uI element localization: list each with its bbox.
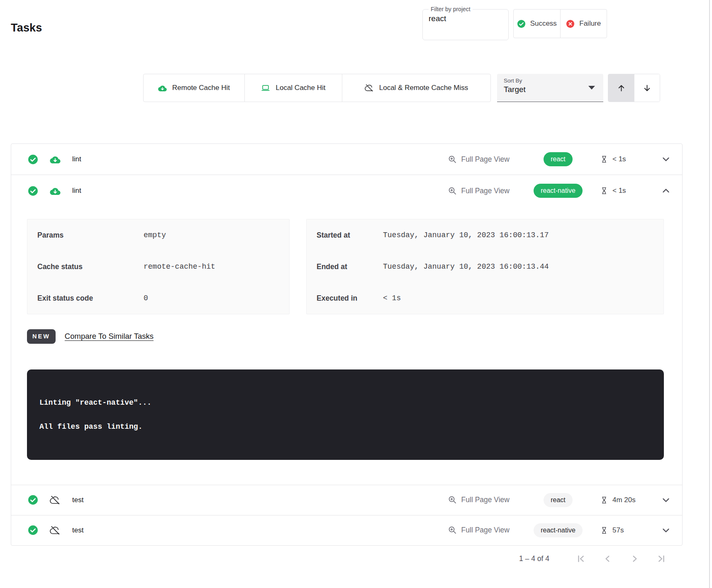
task-duration: < 1s: [612, 155, 626, 163]
task-target: lint: [72, 155, 81, 163]
exit-status-code-label: Exit status code: [37, 294, 144, 303]
cache-filter-group: Remote Cache Hit Local Cache Hit Local &…: [143, 74, 491, 102]
remote-cache-hit-icon: [50, 155, 61, 164]
full-page-view-label: Full Page View: [461, 526, 510, 535]
success-check-circle-icon: [517, 19, 526, 28]
expand-row-button[interactable]: [659, 152, 673, 166]
first-page-button[interactable]: [575, 553, 586, 564]
task-target: test: [72, 526, 83, 535]
exit-status-code-value: 0: [144, 294, 279, 302]
first-page-icon: [575, 553, 586, 564]
cache-miss-cloud-off-icon: [50, 525, 61, 536]
success-filter-label: Success: [530, 19, 557, 28]
dropdown-caret-icon: [588, 86, 595, 90]
previous-page-button[interactable]: [602, 553, 613, 564]
cloud-off-icon: [365, 83, 374, 92]
sort-by-label: Sort By: [504, 78, 597, 84]
cache-filter-remote-cache-hit[interactable]: Remote Cache Hit: [144, 74, 244, 102]
task-row: lint Full Page View react-native < 1s: [11, 175, 682, 207]
last-page-icon: [656, 553, 667, 564]
expand-row-button[interactable]: [659, 493, 673, 507]
task-duration: 4m 20s: [612, 496, 636, 504]
next-page-button[interactable]: [629, 553, 640, 564]
full-page-view-link[interactable]: Full Page View: [445, 495, 512, 505]
terminal-line: Linting "react-native"...: [39, 398, 651, 407]
task-details: Params empty Cache status remote-cache-h…: [11, 207, 682, 485]
project-badge: react-native: [534, 523, 583, 537]
cache-filter-label: Remote Cache Hit: [172, 84, 230, 92]
project-badge: react: [544, 152, 573, 166]
cache-filter-local-cache-hit[interactable]: Local Cache Hit: [244, 74, 342, 102]
task-target: test: [72, 496, 83, 504]
cache-miss-cloud-off-icon: [50, 495, 61, 505]
chevron-down-icon: [661, 495, 671, 505]
pagination-range: 1 – 4 of 4: [519, 554, 549, 563]
hourglass-icon: [600, 496, 608, 504]
project-badge: react-native: [534, 184, 583, 198]
failure-filter-label: Failure: [579, 19, 601, 28]
zoom-in-icon: [448, 495, 457, 505]
success-filter-button[interactable]: Success: [514, 10, 560, 38]
sort-by-select[interactable]: Sort By Target: [497, 74, 603, 102]
hourglass-icon: [600, 526, 608, 535]
task-row: test Full Page View react-native 57s: [11, 515, 682, 545]
previous-page-icon: [602, 553, 613, 564]
cache-status-label: Cache status: [37, 262, 144, 271]
task-duration: < 1s: [612, 187, 626, 195]
terminal-line: All files pass linting.: [39, 423, 651, 431]
cache-filter-label: Local & Remote Cache Miss: [379, 84, 468, 92]
success-check-circle-icon: [28, 186, 38, 196]
expand-row-button[interactable]: [659, 523, 673, 537]
hourglass-icon: [600, 187, 608, 195]
zoom-in-icon: [448, 155, 457, 164]
full-page-view-label: Full Page View: [461, 155, 510, 164]
last-page-button[interactable]: [656, 553, 667, 564]
sort-by-value: Target: [504, 85, 597, 94]
started-at-label: Started at: [317, 231, 383, 240]
sort-ascending-button[interactable]: [608, 74, 634, 102]
executed-in-label: Executed in: [317, 294, 383, 303]
executed-in-value: < 1s: [383, 294, 653, 302]
full-page-view-link[interactable]: Full Page View: [445, 154, 512, 165]
collapse-row-button[interactable]: [659, 184, 673, 198]
task-list: lint Full Page View react < 1s: [11, 143, 683, 546]
project-badge: react: [544, 493, 573, 507]
project-filter-input[interactable]: [428, 12, 503, 27]
remote-cache-hit-icon: [50, 186, 61, 195]
failure-filter-button[interactable]: Failure: [560, 10, 607, 38]
params-label: Params: [37, 231, 144, 240]
zoom-in-icon: [448, 186, 457, 196]
success-check-circle-icon: [28, 525, 38, 535]
status-filter-group: Success Failure: [513, 9, 607, 38]
laptop-icon: [261, 83, 270, 92]
new-badge: NEW: [27, 329, 56, 344]
sort-descending-button[interactable]: [634, 74, 660, 102]
full-page-view-label: Full Page View: [461, 496, 510, 504]
task-params-panel: Params empty Cache status remote-cache-h…: [27, 219, 290, 314]
cache-filter-cache-miss[interactable]: Local & Remote Cache Miss: [342, 74, 490, 102]
full-page-view-label: Full Page View: [461, 187, 510, 195]
chevron-down-icon: [661, 525, 671, 536]
ended-at-label: Ended at: [317, 262, 383, 271]
failure-x-circle-icon: [566, 19, 575, 28]
full-page-view-link[interactable]: Full Page View: [445, 186, 512, 196]
success-check-circle-icon: [28, 495, 38, 505]
sort-direction-group: [608, 74, 660, 102]
ended-at-value: Tuesday, January 10, 2023 16:00:13.44: [383, 262, 653, 271]
next-page-icon: [629, 553, 640, 564]
compare-to-similar-tasks-link[interactable]: Compare To Similar Tasks: [65, 332, 154, 341]
hourglass-icon: [600, 155, 608, 163]
project-filter-label: Filter by project: [429, 6, 473, 12]
task-timing-panel: Started at Tuesday, January 10, 2023 16:…: [306, 219, 664, 314]
chevron-down-icon: [661, 154, 671, 165]
page-title: Tasks: [11, 22, 42, 34]
chevron-up-icon: [661, 185, 671, 196]
success-check-circle-icon: [28, 154, 38, 165]
scrollbar[interactable]: [709, 0, 710, 588]
full-page-view-link[interactable]: Full Page View: [445, 525, 512, 535]
cache-status-value: remote-cache-hit: [144, 262, 279, 271]
task-target: lint: [72, 187, 81, 195]
task-row: lint Full Page View react < 1s: [11, 144, 682, 175]
cloud-download-icon: [158, 84, 167, 92]
terminal-output: Linting "react-native"... All files pass…: [27, 369, 664, 460]
